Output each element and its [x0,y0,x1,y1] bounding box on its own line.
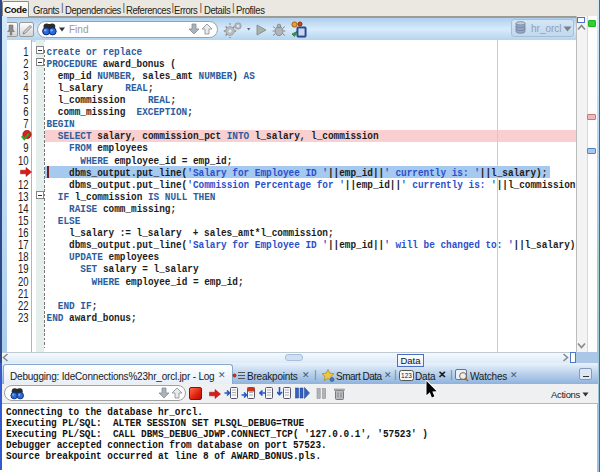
svg-text:123: 123 [401,372,412,379]
